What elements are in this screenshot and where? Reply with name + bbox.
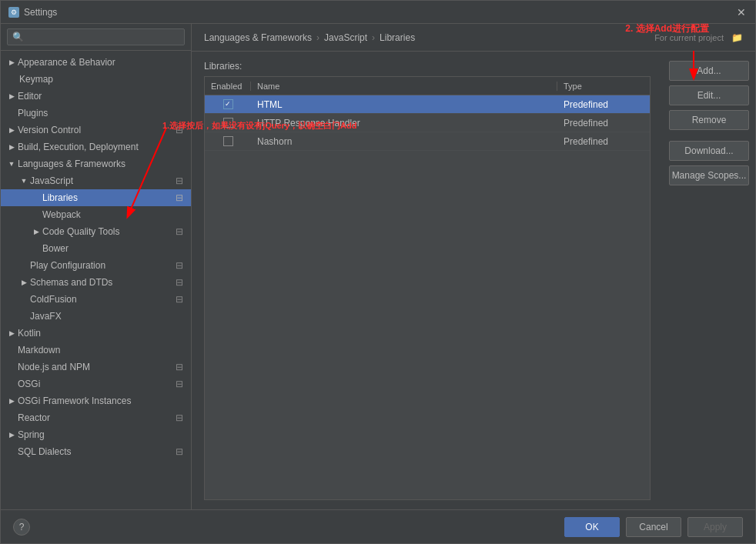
window-title: Settings xyxy=(24,7,57,18)
enabled-checkbox[interactable] xyxy=(223,118,233,128)
sidebar-item-sql-dialects[interactable]: ▶ SQL Dialects ⊟ xyxy=(1,443,191,460)
sidebar-item-label: Build, Execution, Deployment xyxy=(18,142,185,152)
sidebar-item-label: Schemas and DTDs xyxy=(30,277,174,288)
sidebar-item-label: Libraries xyxy=(42,192,174,203)
search-box xyxy=(1,24,191,51)
libraries-table: Enabled Name Type HTML Predefined xyxy=(204,76,651,500)
library-type: Predefined xyxy=(557,118,650,128)
badge-icon: ⊟ xyxy=(174,412,185,423)
table-row[interactable]: Nashorn Predefined xyxy=(205,132,650,151)
sidebar-item-label: JavaFX xyxy=(30,311,185,322)
settings-icon: ⚙ xyxy=(8,7,19,18)
badge-icon: ⊟ xyxy=(174,192,185,203)
library-type: Predefined xyxy=(557,99,650,110)
expand-icon: ▶ xyxy=(32,227,41,236)
col-type: Type xyxy=(557,82,650,91)
sidebar-item-label: Markdown xyxy=(18,345,185,355)
title-bar: ⚙ Settings ✕ xyxy=(1,1,755,24)
sidebar-item-label: SQL Dialects xyxy=(18,446,174,457)
help-button[interactable]: ? xyxy=(13,519,30,536)
expand-icon: ▶ xyxy=(7,125,16,135)
download-button[interactable]: Download... xyxy=(669,141,749,161)
breadcrumb-libraries: Libraries xyxy=(380,32,415,43)
search-input[interactable] xyxy=(7,28,185,45)
sidebar-item-editor[interactable]: ▶ Editor xyxy=(1,88,191,105)
sidebar-item-label: Webpack xyxy=(42,209,185,220)
sidebar-item-libraries[interactable]: ▶ Libraries ⊟ xyxy=(1,189,191,206)
expand-icon: ▶ xyxy=(7,329,16,338)
expand-icon: ▼ xyxy=(19,176,28,185)
cancel-button[interactable]: Cancel xyxy=(626,517,681,537)
badge-icon: ⊟ xyxy=(174,294,185,305)
sidebar-item-bower[interactable]: ▶ Bower xyxy=(1,240,191,257)
settings-window: ⚙ Settings ✕ ▶ Appearance & Behavior xyxy=(0,0,756,544)
sidebar-item-markdown[interactable]: ▶ Markdown xyxy=(1,342,191,359)
sidebar-item-play-config[interactable]: ▶ Play Configuration ⊟ xyxy=(1,257,191,274)
edit-button[interactable]: Edit... xyxy=(669,85,749,105)
main-content: ▶ Appearance & Behavior Keymap ▶ Editor xyxy=(1,24,755,509)
close-button[interactable]: ✕ xyxy=(735,6,748,18)
sidebar-item-label: Appearance & Behavior xyxy=(18,57,185,68)
bottom-bar: ? OK Cancel Apply xyxy=(1,509,755,543)
libraries-section-label: Libraries: xyxy=(204,61,651,72)
sidebar-item-plugins[interactable]: ▶ Plugins xyxy=(1,105,191,122)
sidebar: ▶ Appearance & Behavior Keymap ▶ Editor xyxy=(1,24,192,509)
sidebar-item-label: JavaScript xyxy=(30,175,174,186)
table-row[interactable]: HTML Predefined xyxy=(205,95,650,114)
sidebar-item-osgi-framework[interactable]: ▶ OSGi Framework Instances xyxy=(1,392,191,409)
sidebar-item-schemas[interactable]: ▶ Schemas and DTDs ⊟ xyxy=(1,274,191,291)
sidebar-item-javafx[interactable]: ▶ JavaFX xyxy=(1,308,191,325)
content-area: Libraries: Enabled Name Type HTML xyxy=(192,52,755,509)
breadcrumb-sep1: › xyxy=(316,32,319,43)
expand-icon: ▶ xyxy=(7,92,16,101)
sidebar-item-build[interactable]: ▶ Build, Execution, Deployment xyxy=(1,139,191,155)
sidebar-item-appearance[interactable]: ▶ Appearance & Behavior xyxy=(1,54,191,71)
sidebar-item-kotlin[interactable]: ▶ Kotlin xyxy=(1,325,191,342)
sidebar-item-label: Bower xyxy=(42,243,185,254)
table-row[interactable]: HTTP Response Handler Predefined xyxy=(205,114,650,132)
sidebar-item-label: Plugins xyxy=(18,108,185,118)
badge-icon: ⊟ xyxy=(174,277,185,288)
sidebar-item-label: Kotlin xyxy=(18,328,185,339)
sidebar-item-webpack[interactable]: ▶ Webpack xyxy=(1,206,191,223)
sidebar-item-keymap[interactable]: Keymap xyxy=(1,71,191,88)
badge-icon: ⊟ xyxy=(174,379,185,389)
action-buttons-panel: Add... Edit... Remove Download... Manage… xyxy=(663,52,755,509)
sidebar-item-languages[interactable]: ▼ Languages & Frameworks xyxy=(1,155,191,172)
sidebar-item-javascript[interactable]: ▼ JavaScript ⊟ xyxy=(1,172,191,189)
sidebar-tree: ▶ Appearance & Behavior Keymap ▶ Editor xyxy=(1,51,191,509)
enabled-cell xyxy=(205,118,251,128)
remove-button[interactable]: Remove xyxy=(669,110,749,130)
sidebar-item-label: Version Control xyxy=(18,125,174,135)
add-button[interactable]: Add... xyxy=(669,61,749,81)
enabled-checkbox[interactable] xyxy=(223,136,233,146)
breadcrumb-languages: Languages & Frameworks xyxy=(204,32,312,43)
badge-icon: ⊟ xyxy=(174,260,185,271)
apply-button[interactable]: Apply xyxy=(687,517,743,537)
right-panel: Languages & Frameworks › JavaScript › Li… xyxy=(192,24,755,509)
folder-icon: 📁 xyxy=(731,32,743,43)
sidebar-item-label: OSGi xyxy=(18,379,174,389)
expand-icon: ▶ xyxy=(7,430,16,439)
title-bar-left: ⚙ Settings xyxy=(8,7,57,18)
sidebar-item-version-control[interactable]: ▶ Version Control ⊟ xyxy=(1,122,191,139)
sidebar-item-reactor[interactable]: ▶ Reactor ⊟ xyxy=(1,409,191,426)
badge-icon: ⊟ xyxy=(174,175,185,186)
libraries-panel: Libraries: Enabled Name Type HTML xyxy=(192,52,663,509)
sidebar-item-spring[interactable]: ▶ Spring xyxy=(1,426,191,443)
col-enabled: Enabled xyxy=(205,82,251,91)
expand-icon: ▶ xyxy=(7,58,16,67)
sidebar-item-nodejs[interactable]: ▶ Node.js and NPM ⊟ xyxy=(1,359,191,375)
sidebar-item-code-quality[interactable]: ▶ Code Quality Tools ⊟ xyxy=(1,223,191,240)
sidebar-item-coldfusion[interactable]: ▶ ColdFusion ⊟ xyxy=(1,291,191,308)
sidebar-item-osgi[interactable]: ▶ OSGi ⊟ xyxy=(1,375,191,392)
badge-icon: ⊟ xyxy=(174,446,185,457)
library-name: HTML xyxy=(251,99,557,110)
library-name: HTTP Response Handler xyxy=(251,118,557,128)
enabled-checkbox[interactable] xyxy=(223,99,233,109)
sidebar-item-label: Spring xyxy=(18,429,185,440)
manage-scopes-button[interactable]: Manage Scopes... xyxy=(669,165,749,185)
sidebar-item-label: Code Quality Tools xyxy=(42,226,174,237)
ok-button[interactable]: OK xyxy=(564,517,620,537)
sidebar-item-label: Editor xyxy=(18,91,185,102)
